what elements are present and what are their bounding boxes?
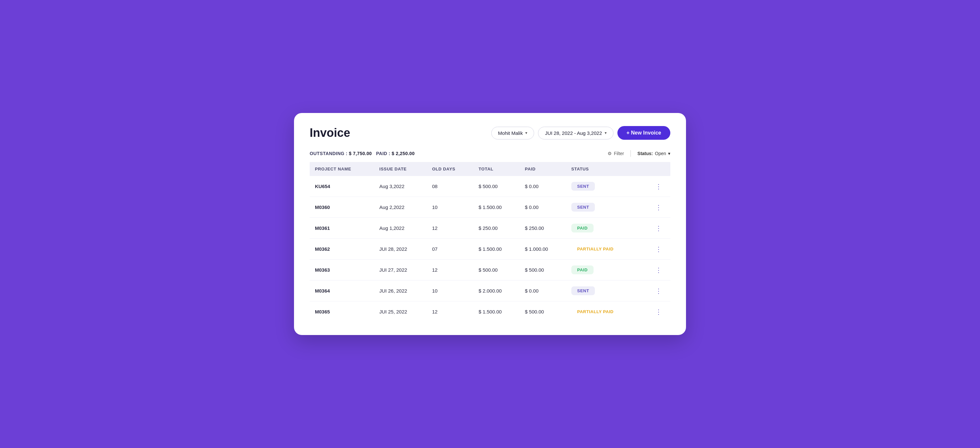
cell-actions[interactable]: ⋮ (647, 218, 670, 239)
cell-status: PARTIALLY PAID (566, 301, 647, 322)
cell-old-days: 08 (427, 176, 473, 197)
cell-project: M0362 (310, 239, 374, 260)
cell-project: M0361 (310, 218, 374, 239)
table-row: M0361 Aug 1,2022 12 $ 250.00 $ 250.00 PA… (310, 218, 670, 239)
table-row: M0365 JUI 25, 2022 12 $ 1.500.00 $ 500.0… (310, 301, 670, 322)
header-controls: Mohit Malik ▾ JUI 28, 2022 - Aug 3,2022 … (491, 126, 670, 140)
table-row: M0362 JUI 28, 2022 07 $ 1.500.00 $ 1.000… (310, 239, 670, 260)
invoice-table: PROJECT NAME ISSUE DATE OLD DAYS TOTAL P… (310, 162, 670, 322)
cell-actions[interactable]: ⋮ (647, 197, 670, 218)
cell-total: $ 1.500.00 (473, 197, 520, 218)
cell-status: PAID (566, 218, 647, 239)
cell-paid: $ 0.00 (520, 197, 566, 218)
table-header: PROJECT NAME ISSUE DATE OLD DAYS TOTAL P… (310, 162, 670, 176)
row-menu-button[interactable]: ⋮ (652, 183, 665, 191)
summary-text: OUTSTANDING : $ 7,750.00 PAID : $ 2,250.… (310, 151, 415, 156)
col-paid: PAID (520, 162, 566, 176)
new-invoice-button[interactable]: + New Invoice (617, 126, 670, 140)
table-row: M0363 JUI 27, 2022 12 $ 500.00 $ 500.00 … (310, 260, 670, 281)
status-badge: PAID (571, 265, 593, 274)
col-status: STATUS (566, 162, 647, 176)
cell-project: M0364 (310, 281, 374, 301)
filter-icon: ⚙ (608, 151, 612, 156)
status-filter-value: Open (655, 151, 666, 156)
cell-project: M0363 (310, 260, 374, 281)
header: Invoice Mohit Malik ▾ JUI 28, 2022 - Aug… (310, 126, 670, 140)
cell-issue-date: JUI 27, 2022 (374, 260, 426, 281)
cell-status: SENT (566, 281, 647, 301)
cell-old-days: 10 (427, 197, 473, 218)
row-menu-button[interactable]: ⋮ (652, 308, 665, 316)
cell-paid: $ 500.00 (520, 260, 566, 281)
cell-issue-date: Aug 3,2022 (374, 176, 426, 197)
cell-actions[interactable]: ⋮ (647, 260, 670, 281)
cell-paid: $ 1.000.00 (520, 239, 566, 260)
filter-button[interactable]: ⚙ Filter (608, 151, 624, 156)
status-filter[interactable]: Status: Open ▾ (637, 151, 670, 156)
cell-total: $ 1.500.00 (473, 239, 520, 260)
cell-total: $ 500.00 (473, 260, 520, 281)
status-badge: PARTIALLY PAID (571, 307, 620, 316)
cell-old-days: 10 (427, 281, 473, 301)
row-menu-button[interactable]: ⋮ (652, 224, 665, 232)
date-range-dropdown[interactable]: JUI 28, 2022 - Aug 3,2022 ▾ (538, 127, 613, 140)
cell-status: PARTIALLY PAID (566, 239, 647, 260)
cell-issue-date: Aug 2,2022 (374, 197, 426, 218)
cell-total: $ 1.500.00 (473, 301, 520, 322)
row-menu-button[interactable]: ⋮ (652, 287, 665, 295)
cell-status: PAID (566, 260, 647, 281)
cell-paid: $ 0.00 (520, 176, 566, 197)
cell-issue-date: JUI 25, 2022 (374, 301, 426, 322)
cell-paid: $ 500.00 (520, 301, 566, 322)
cell-status: SENT (566, 197, 647, 218)
status-badge: SENT (571, 286, 595, 295)
cell-project: KU654 (310, 176, 374, 197)
status-filter-label: Status: (637, 151, 653, 156)
row-menu-button[interactable]: ⋮ (652, 203, 665, 211)
status-badge: SENT (571, 203, 595, 211)
cell-old-days: 12 (427, 260, 473, 281)
table-row: M0364 JUI 26, 2022 10 $ 2.000.00 $ 0.00 … (310, 281, 670, 301)
cell-total: $ 2.000.00 (473, 281, 520, 301)
cell-actions[interactable]: ⋮ (647, 301, 670, 322)
summary-row: OUTSTANDING : $ 7,750.00 PAID : $ 2,250.… (310, 150, 670, 157)
cell-issue-date: Aug 1,2022 (374, 218, 426, 239)
table-body: KU654 Aug 3,2022 08 $ 500.00 $ 0.00 SENT… (310, 176, 670, 322)
col-old-days: OLD DAYS (427, 162, 473, 176)
filter-controls: ⚙ Filter Status: Open ▾ (608, 150, 670, 157)
cell-total: $ 500.00 (473, 176, 520, 197)
col-total: TOTAL (473, 162, 520, 176)
col-issue-date: ISSUE DATE (374, 162, 426, 176)
cell-actions[interactable]: ⋮ (647, 281, 670, 301)
col-actions (647, 162, 670, 176)
cell-issue-date: JUI 26, 2022 (374, 281, 426, 301)
row-menu-button[interactable]: ⋮ (652, 266, 665, 274)
row-menu-button[interactable]: ⋮ (652, 245, 665, 253)
chevron-down-icon: ▾ (525, 130, 527, 135)
cell-project: M0365 (310, 301, 374, 322)
user-dropdown[interactable]: Mohit Malik ▾ (491, 127, 535, 140)
cell-old-days: 12 (427, 301, 473, 322)
cell-old-days: 07 (427, 239, 473, 260)
cell-old-days: 12 (427, 218, 473, 239)
cell-paid: $ 0.00 (520, 281, 566, 301)
cell-paid: $ 250.00 (520, 218, 566, 239)
col-project: PROJECT NAME (310, 162, 374, 176)
cell-project: M0360 (310, 197, 374, 218)
chevron-down-icon: ▾ (605, 130, 607, 135)
table-row: KU654 Aug 3,2022 08 $ 500.00 $ 0.00 SENT… (310, 176, 670, 197)
invoice-card: Invoice Mohit Malik ▾ JUI 28, 2022 - Aug… (294, 113, 686, 335)
chevron-down-icon: ▾ (668, 151, 670, 156)
cell-actions[interactable]: ⋮ (647, 176, 670, 197)
cell-issue-date: JUI 28, 2022 (374, 239, 426, 260)
cell-status: SENT (566, 176, 647, 197)
table-row: M0360 Aug 2,2022 10 $ 1.500.00 $ 0.00 SE… (310, 197, 670, 218)
divider (630, 150, 631, 157)
status-badge: PAID (571, 224, 593, 232)
cell-total: $ 250.00 (473, 218, 520, 239)
status-badge: PARTIALLY PAID (571, 245, 620, 253)
page-title: Invoice (310, 126, 350, 140)
status-badge: SENT (571, 182, 595, 191)
cell-actions[interactable]: ⋮ (647, 239, 670, 260)
